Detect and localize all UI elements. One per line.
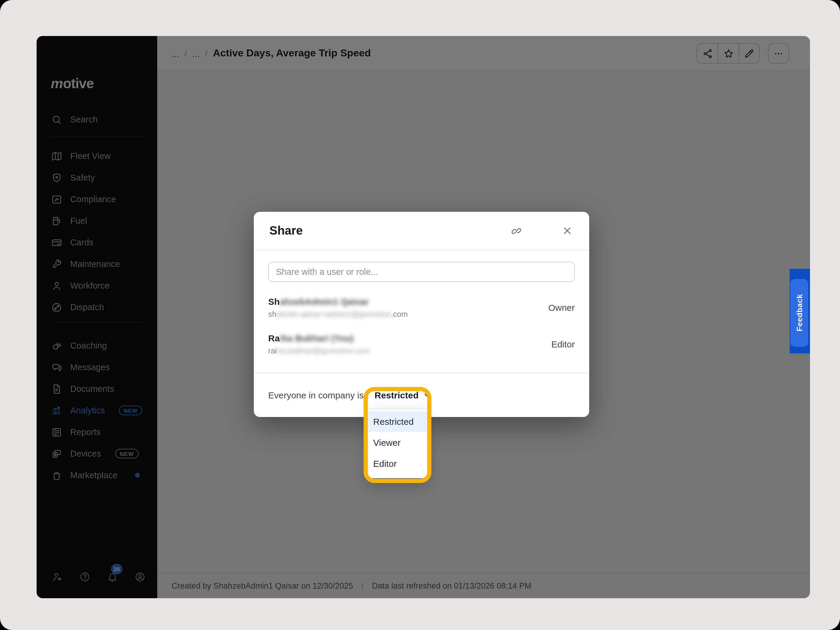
user-info: ShahzebAdmin1 Qaisarshahzeb.qaisar+admin… bbox=[268, 297, 548, 319]
company-access-dropdown[interactable]: Restricted bbox=[375, 390, 431, 400]
blurred-email: ahzeb.qaisar+admin1@gomotive bbox=[276, 309, 391, 319]
user-info: Raiha Bukhari (You)raiha.bukhari@gomotiv… bbox=[268, 333, 551, 355]
user-email: raiha.bukhari@gomotive.com bbox=[268, 346, 551, 355]
user-name: Raiha Bukhari (You) bbox=[268, 333, 551, 343]
user-role: Owner bbox=[548, 302, 575, 313]
access-options-dropdown-panel: RestrictedViewerEditor bbox=[368, 409, 427, 478]
feedback-tab[interactable]: Feedback bbox=[790, 279, 808, 347]
shared-user-list: ShahzebAdmin1 Qaisarshahzeb.qaisar+admin… bbox=[268, 297, 575, 355]
dropdown-option-viewer[interactable]: Viewer bbox=[368, 432, 427, 453]
dropdown-option-editor[interactable]: Editor bbox=[368, 453, 427, 474]
share-modal-title: Share bbox=[269, 224, 510, 238]
shared-user-row: Raiha Bukhari (You)raiha.bukhari@gomotiv… bbox=[268, 333, 575, 355]
shared-user-row: ShahzebAdmin1 Qaisarshahzeb.qaisar+admin… bbox=[268, 297, 575, 319]
user-name: ShahzebAdmin1 Qaisar bbox=[268, 297, 548, 306]
share-modal: Share ShahzebAdmin1 Qaisarshahzeb.qaisar… bbox=[254, 212, 589, 417]
user-email: shahzeb.qaisar+admin1@gomotive.com bbox=[268, 309, 548, 319]
blurred-email: ha.bukhari@gomotive.com bbox=[277, 346, 370, 355]
link-icon bbox=[511, 225, 522, 237]
user-role: Editor bbox=[551, 339, 575, 349]
everyone-in-company-label: Everyone in company is bbox=[268, 390, 364, 400]
close-icon bbox=[561, 225, 573, 237]
share-modal-body: ShahzebAdmin1 Qaisarshahzeb.qaisar+admin… bbox=[254, 250, 589, 355]
company-access-value: Restricted bbox=[375, 390, 419, 400]
blurred-name: ahzebAdmin1 Qaisar bbox=[279, 297, 369, 306]
share-user-input[interactable] bbox=[268, 262, 575, 282]
page-background: motive Search Fleet ViewSafetyCompliance… bbox=[0, 0, 840, 630]
blurred-name: iha Bukhari (You) bbox=[279, 333, 354, 343]
copy-link-button[interactable] bbox=[510, 224, 523, 237]
screenshot-stage: motive Search Fleet ViewSafetyCompliance… bbox=[0, 0, 840, 630]
chevron-down-icon bbox=[423, 391, 431, 399]
close-button[interactable] bbox=[561, 224, 573, 237]
dropdown-option-restricted[interactable]: Restricted bbox=[368, 411, 427, 432]
feedback-tab-label: Feedback bbox=[795, 294, 804, 332]
share-modal-header: Share bbox=[254, 212, 589, 250]
